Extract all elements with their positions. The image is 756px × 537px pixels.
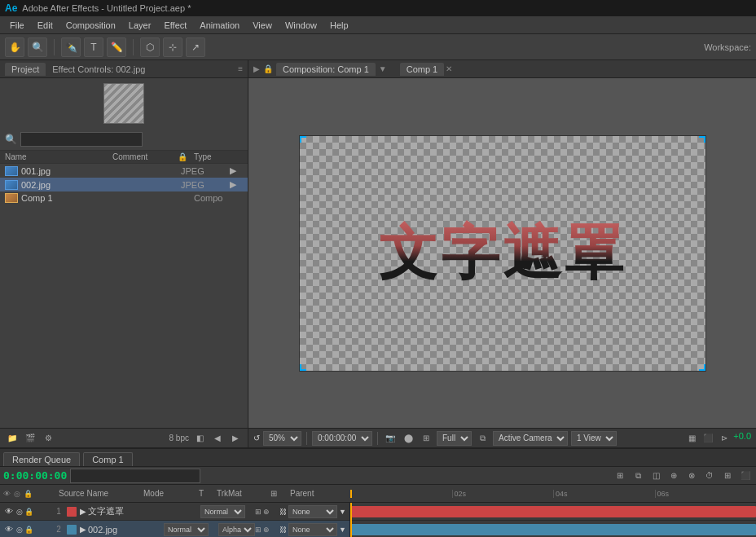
fast-preview-btn[interactable]: ⧉: [475, 431, 490, 446]
grid-btn[interactable]: ⊞: [419, 431, 433, 446]
layer-1-switch1[interactable]: ⊞: [255, 508, 262, 516]
layer-2-parent-dropdown[interactable]: ▼: [339, 526, 346, 534]
layer-1-parent-select[interactable]: None: [288, 505, 337, 518]
brush-tool[interactable]: ✏️: [107, 37, 126, 57]
renderers-btn[interactable]: ▦: [684, 431, 699, 446]
layer-2-mode[interactable]: Normal: [164, 523, 209, 536]
handle-tr[interactable]: [699, 136, 705, 143]
misc-tool-2[interactable]: ↗: [186, 37, 205, 57]
layer-2-trkmat[interactable]: Alpha: [218, 523, 255, 536]
layer-1-expand[interactable]: ▶: [80, 507, 86, 516]
col-comment-header: Comment: [112, 152, 178, 161]
project-search-bar: 🔍: [0, 129, 248, 151]
menu-animation[interactable]: Animation: [193, 19, 246, 32]
layer-2-expand[interactable]: ▶: [80, 525, 86, 534]
layer-row-1[interactable]: 👁 ◎ 🔒 1 ▶ 文字遮罩 Normal ⊞ ⊕: [0, 503, 349, 521]
tl-btn-3[interactable]: ◫: [648, 469, 663, 483]
text-tool[interactable]: T: [84, 37, 103, 57]
file-type-comp: Compo: [194, 193, 243, 203]
tl-btn-5[interactable]: ⊗: [684, 469, 699, 483]
menu-view[interactable]: View: [246, 19, 279, 32]
panel-menu-btn[interactable]: ≡: [238, 64, 243, 73]
scroll-right-btn[interactable]: ▶: [228, 431, 243, 446]
file-type-2: JPEG: [181, 180, 230, 190]
comp-icon-1: [5, 193, 18, 203]
menu-composition[interactable]: Composition: [59, 19, 122, 32]
quality-select[interactable]: Full: [437, 431, 472, 446]
layer-2-parent-select[interactable]: None: [288, 523, 337, 536]
layer-1-mode[interactable]: Normal: [200, 505, 245, 518]
active-camera-select[interactable]: Active Camera: [493, 431, 568, 446]
handle-br[interactable]: [699, 364, 705, 371]
layer-1-switches: ⊞ ⊕: [255, 508, 279, 516]
menu-help[interactable]: Help: [323, 19, 355, 32]
comp-time-display[interactable]: 0:00:00:00: [312, 431, 372, 446]
layer-2-num: 2: [52, 525, 65, 534]
zoom-tool[interactable]: 🔍: [28, 37, 47, 57]
tl-btn-7[interactable]: ⊞: [720, 469, 735, 483]
layer-2-info: ▶ 002.jpg: [65, 525, 164, 535]
project-settings-btn[interactable]: ⚙: [41, 431, 55, 446]
effect-controls-tab[interactable]: Effect Controls: 002.jpg: [52, 64, 145, 74]
tl-btn-4[interactable]: ⊕: [666, 469, 681, 483]
playhead[interactable]: [350, 503, 352, 537]
menu-window[interactable]: Window: [279, 19, 323, 32]
tool-separator-2: [133, 39, 134, 55]
file-row-001[interactable]: 001.jpg JPEG ▶: [0, 164, 248, 178]
new-folder-btn[interactable]: 📁: [5, 431, 20, 446]
file-name-comp: Comp 1: [21, 193, 112, 203]
new-comp-btn[interactable]: 🎬: [23, 431, 37, 446]
pen-tool[interactable]: ✒️: [61, 37, 81, 57]
layers-left: 👁 ◎ 🔒 1 ▶ 文字遮罩 Normal ⊞ ⊕: [0, 503, 350, 537]
comp1-tab[interactable]: Comp 1: [83, 452, 133, 466]
layer-1-switch2[interactable]: ⊕: [263, 508, 270, 516]
tl-btn-6[interactable]: ⏱: [702, 469, 717, 483]
layer-2-switch2[interactable]: ⊕: [263, 526, 270, 534]
layer-row-2[interactable]: 👁 ◎ 🔒 2 ▶ 002.jpg Normal Alpha: [0, 521, 349, 537]
motion-btn[interactable]: ⊳: [717, 431, 732, 446]
hand-tool[interactable]: ✋: [5, 37, 24, 57]
comp-viewport[interactable]: 文字遮罩: [248, 78, 756, 428]
layer-1-vis[interactable]: 👁: [3, 506, 15, 517]
menu-effect[interactable]: Effect: [157, 19, 193, 32]
comp-reset-btn[interactable]: ↺: [253, 434, 260, 442]
menu-edit[interactable]: Edit: [31, 19, 59, 32]
layer-1-solo[interactable]: ◎: [16, 508, 23, 516]
timeline-search-input[interactable]: [70, 469, 200, 483]
color-btn[interactable]: ⬤: [401, 431, 415, 446]
project-tab[interactable]: Project: [5, 63, 46, 76]
timeline-section: Render Queue Comp 1 0:00:00:00 ⊞ ⧉ ◫ ⊕ ⊗…: [0, 447, 756, 537]
tl-btn-8[interactable]: ⬛: [738, 469, 753, 483]
cam-icon[interactable]: 📷: [383, 431, 398, 446]
layer-1-parent-dropdown[interactable]: ▼: [339, 508, 346, 516]
tl-btn-1[interactable]: ⊞: [613, 469, 627, 483]
layer-2-name: 002.jpg: [88, 525, 164, 535]
shape-tool[interactable]: ⬡: [140, 37, 160, 57]
layer-2-solo[interactable]: ◎: [16, 526, 23, 534]
zoom-select[interactable]: 50%: [263, 431, 301, 446]
file-row-002[interactable]: 002.jpg JPEG ▶: [0, 178, 248, 191]
misc-tool-1[interactable]: ⊹: [163, 37, 182, 57]
file-row-comp1[interactable]: Comp 1 Compo: [0, 191, 248, 205]
menu-layer[interactable]: Layer: [122, 19, 158, 32]
color-settings-btn[interactable]: ◧: [192, 431, 207, 446]
toolbar-sep-2: [377, 432, 378, 445]
comp-panel-dropdown[interactable]: ▼: [379, 64, 387, 73]
menu-file[interactable]: File: [3, 19, 31, 32]
layer-2-lock[interactable]: 🔒: [24, 526, 33, 534]
tl-btn-2[interactable]: ⧉: [631, 469, 645, 483]
file-list: 001.jpg JPEG ▶ 002.jpg JPEG ▶ Comp 1 Com…: [0, 164, 248, 428]
comp-tab-close[interactable]: ✕: [446, 64, 452, 73]
view-select[interactable]: 1 View: [571, 431, 617, 446]
render-queue-tab[interactable]: Render Queue: [3, 452, 80, 466]
comp-tab-1[interactable]: Comp 1: [400, 63, 445, 76]
handle-bl[interactable]: [300, 364, 306, 371]
scroll-left-btn[interactable]: ◀: [210, 431, 225, 446]
project-search-input[interactable]: [20, 132, 143, 147]
handle-tl[interactable]: [300, 136, 306, 143]
tl-source-name-header: Source Name: [59, 489, 137, 498]
layer-2-vis[interactable]: 👁: [3, 524, 15, 535]
layer-1-lock[interactable]: 🔒: [24, 508, 33, 516]
layer-btn[interactable]: ⬛: [701, 431, 715, 446]
layer-2-switch1[interactable]: ⊞: [255, 526, 262, 534]
